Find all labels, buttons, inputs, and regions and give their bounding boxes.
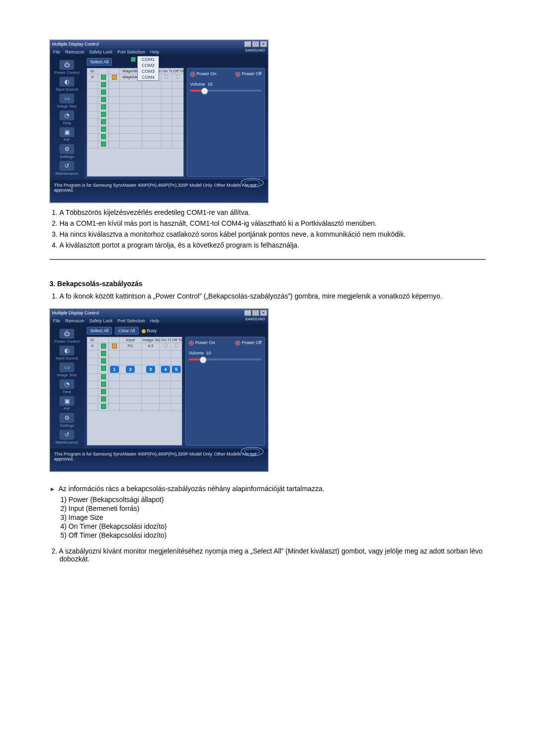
dropdown-option[interactable]: COM3: [138, 68, 159, 74]
table-row[interactable]: [87, 358, 182, 365]
minimize-icon[interactable]: _: [244, 310, 251, 316]
bullet-text: Az információs rács a bekapcsolás-szabál…: [58, 485, 324, 494]
close-icon[interactable]: ×: [260, 310, 267, 316]
col-chk: [98, 68, 109, 74]
table-row[interactable]: [87, 82, 183, 89]
table-row[interactable]: 0 MagicNet 16 : 9: [87, 74, 183, 82]
menu-file[interactable]: File: [53, 318, 60, 323]
table-row[interactable]: [87, 389, 182, 396]
cell-chk[interactable]: [98, 74, 109, 81]
table-row[interactable]: [87, 89, 183, 97]
checkbox-icon[interactable]: [101, 97, 106, 102]
menu-remocon[interactable]: Remocon: [65, 318, 85, 323]
checkbox-icon[interactable]: [101, 344, 106, 349]
table-row[interactable]: [87, 403, 182, 411]
checkbox-icon[interactable]: [101, 134, 106, 139]
slider-knob-icon[interactable]: [201, 88, 208, 95]
sidebar-item-pip[interactable]: ▣PIP: [53, 396, 81, 411]
maximize-icon[interactable]: □: [252, 310, 259, 316]
sidebar-item-maintenance[interactable]: ↺Maintenance: [53, 430, 81, 445]
busy-label: Busy: [147, 328, 157, 333]
power-on-radio[interactable]: Power On: [190, 71, 216, 77]
checkbox-icon[interactable]: [101, 374, 106, 379]
power-on-label: Power On: [195, 340, 215, 345]
checkbox-icon[interactable]: [101, 358, 106, 363]
slider-knob-icon[interactable]: [200, 356, 207, 363]
table-row[interactable]: [87, 111, 183, 119]
col-chk: [98, 337, 109, 343]
sidebar-item-input-source[interactable]: ◐ Input Source: [53, 77, 81, 92]
sidebar-item-time[interactable]: ◔Time: [53, 379, 81, 394]
menu-help[interactable]: Help: [150, 318, 160, 323]
sidebar-item-settings[interactable]: ⚙ Settings: [53, 144, 81, 159]
sidebar-item-power-control[interactable]: ⏻ Power Control: [53, 60, 81, 75]
volume-slider[interactable]: [189, 358, 262, 360]
dropdown-option[interactable]: COM4: [138, 74, 159, 80]
cell-off-timer: [172, 74, 183, 81]
volume-slider[interactable]: [190, 90, 262, 92]
checkbox-icon[interactable]: [101, 397, 106, 402]
info-grid: ID MagicNet Image Size On Timer Off Time…: [87, 68, 184, 177]
power-off-radio[interactable]: Power Off: [235, 340, 262, 346]
minimize-icon[interactable]: _: [244, 41, 251, 47]
checkbox-icon[interactable]: [101, 112, 106, 117]
sidebar-item-pip[interactable]: ▣ PIP: [53, 127, 81, 142]
window-title: Multiple Display Control: [52, 310, 99, 315]
mdc-window: Multiple Display Control _ □ × File Remo…: [50, 308, 268, 472]
menu-remocon[interactable]: Remocon: [65, 50, 85, 54]
menu-port-selection[interactable]: Port Selection: [117, 318, 145, 323]
checkbox-icon[interactable]: [101, 75, 106, 80]
checkbox-icon[interactable]: [101, 127, 106, 132]
select-all-button[interactable]: Select All: [87, 58, 112, 66]
table-row[interactable]: [87, 126, 183, 134]
power-off-radio[interactable]: Power Off: [235, 71, 262, 77]
dropdown-option[interactable]: COM2: [138, 62, 159, 68]
checkbox-icon[interactable]: [101, 142, 106, 147]
col-image-size: Image Size: [142, 337, 160, 343]
table-row[interactable]: [87, 104, 183, 111]
port-selection-dropdown[interactable]: COM1 COM2 COM3 COM4: [137, 56, 159, 81]
close-icon[interactable]: ×: [260, 41, 267, 47]
clear-all-button[interactable]: Clear All: [115, 327, 139, 335]
table-row[interactable]: [87, 119, 183, 126]
checkbox-icon[interactable]: [101, 90, 106, 95]
checkbox-icon[interactable]: [101, 119, 106, 124]
maximize-icon[interactable]: □: [252, 41, 259, 47]
table-row[interactable]: [87, 141, 183, 149]
callout-5-icon: 5: [172, 366, 181, 373]
menu-help[interactable]: Help: [150, 50, 160, 54]
table-row[interactable]: [87, 396, 182, 403]
maintenance-icon: ↺: [64, 162, 69, 169]
checkbox-icon[interactable]: [101, 104, 106, 109]
sidebar-item-input-source[interactable]: ◐Input Source: [53, 346, 81, 360]
dropdown-option[interactable]: COM1: [142, 57, 155, 62]
sidebar-item-power-control[interactable]: ⏻Power Control: [53, 329, 81, 344]
menu-safety-lock[interactable]: Safety Lock: [89, 318, 112, 323]
power-on-label: Power On: [197, 71, 216, 76]
checkbox-icon[interactable]: [101, 382, 106, 387]
select-all-button[interactable]: Select All: [87, 327, 112, 335]
checkbox-icon[interactable]: [101, 404, 106, 409]
checkbox-icon[interactable]: [101, 389, 106, 394]
menu-file[interactable]: File: [53, 50, 60, 54]
mdc-window: Multiple Display Control _ □ × File Remo…: [50, 40, 268, 203]
power-on-radio[interactable]: Power On: [189, 340, 215, 346]
menu-safety-lock[interactable]: Safety Lock: [89, 50, 112, 54]
sidebar-item-time[interactable]: ◔ Time: [53, 110, 81, 125]
table-row[interactable]: [87, 134, 183, 141]
menu-port-selection[interactable]: Port Selection: [117, 50, 145, 54]
sidebar-item-image-size[interactable]: ▭Image Size: [53, 362, 81, 377]
checkbox-icon[interactable]: [101, 351, 106, 356]
checkbox-icon[interactable]: [101, 82, 106, 87]
screenshot-1: Multiple Display Control _ □ × File Remo…: [50, 40, 485, 203]
table-row[interactable]: [87, 351, 182, 358]
table-row[interactable]: 0 PC 4:3: [87, 343, 182, 351]
list-item: Ha nincs kiválasztva a monitorhoz csatla…: [59, 230, 485, 239]
sidebar-item-maintenance[interactable]: ↺ Maintenance: [53, 161, 81, 176]
sidebar-item-image-size[interactable]: ▭ Image Size: [53, 94, 81, 108]
table-row[interactable]: [87, 381, 182, 389]
table-row[interactable]: [87, 374, 182, 381]
table-row[interactable]: [87, 97, 183, 104]
checkbox-icon[interactable]: [101, 366, 106, 371]
sidebar-item-settings[interactable]: ⚙Settings: [53, 413, 81, 428]
